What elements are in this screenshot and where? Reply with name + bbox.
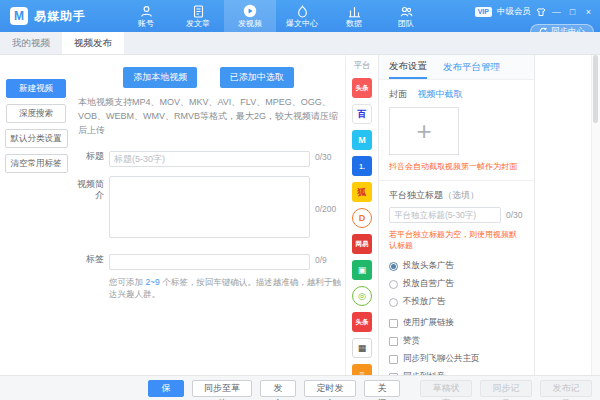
tags-row: 标签 0/9 xyxy=(72,251,341,270)
platform-icon-list: 头条百M1.狐D网易▣◎头条▦≡❊闪 xyxy=(352,78,372,375)
bar-chart-icon xyxy=(348,5,361,18)
app-logo-icon: M xyxy=(10,7,28,25)
ad-option-0[interactable]: 投放头条广告 xyxy=(389,260,524,272)
checkbox-icon xyxy=(389,319,398,328)
app-logo: M 易媒助手 xyxy=(0,0,120,32)
tags-tip: 您可添加 2~9 个标签，按回车键确认。描述越准确，越利于触达兴趣人群。 xyxy=(109,277,345,301)
sidebar-button-0[interactable]: 新建视频 xyxy=(6,79,66,98)
minimize-button[interactable]: — xyxy=(551,7,562,17)
content-area: 新建视频深度搜索默认分类设置清空常用标签 添加本地视频 已添加中选取 本地视频支… xyxy=(0,55,600,375)
footer-secondary-button-0: 草稿状态 xyxy=(420,380,472,397)
sidebar-button-1[interactable]: 深度搜索 xyxy=(6,104,66,123)
sync-option-label: 同步到飞聊公共主页 xyxy=(403,353,480,365)
radio-icon xyxy=(389,298,398,307)
divider xyxy=(379,180,534,181)
tab-publish-settings[interactable]: 发布设置 xyxy=(389,55,427,79)
sync-option-label: 使用扩展链接 xyxy=(403,317,454,329)
sync-option-1[interactable]: 赞赏 xyxy=(389,335,524,347)
add-local-video-button[interactable]: 添加本地视频 xyxy=(123,67,197,88)
platform-icon-platform-11[interactable]: ▦ xyxy=(352,338,372,358)
video-form: 添加本地视频 已添加中选取 本地视频支持MP4、MOV、MKV、AVI、FLV、… xyxy=(72,55,345,375)
tags-label: 标签 xyxy=(72,251,104,265)
ad-option-1[interactable]: 投放自营广告 xyxy=(389,278,524,290)
sync-option-2[interactable]: 同步到飞聊公共主页 xyxy=(389,353,524,365)
indep-title-label: 平台独立标题 xyxy=(389,190,443,200)
footer-button-0[interactable]: 保存 xyxy=(148,380,184,397)
plus-icon: + xyxy=(416,118,431,144)
checkbox-icon xyxy=(389,355,398,364)
platform-icon-baijiahao[interactable]: 百 xyxy=(352,104,372,124)
indep-title-input[interactable] xyxy=(389,207,501,223)
footer-button-4[interactable]: 关闭 xyxy=(364,380,400,397)
cover-label: 封面 xyxy=(389,89,407,99)
intro-row: 视频简介 0/200 xyxy=(72,176,341,242)
footer-button-2[interactable]: 发布 xyxy=(260,380,296,397)
tags-input[interactable] xyxy=(109,254,310,270)
sync-option-0[interactable]: 使用扩展链接 xyxy=(389,317,524,329)
publish-settings-panel: 发布设置 发布平台管理 封面 视频中截取 + 抖音会自动截取视频第一帧作为封面 … xyxy=(378,55,535,375)
nav-item-label: 发视频 xyxy=(238,19,262,28)
nav-item-hot-center[interactable]: 爆文中心 xyxy=(276,0,328,32)
left-sidebar: 新建视频深度搜索默认分类设置清空常用标签 xyxy=(0,55,72,375)
tab-platform-manage[interactable]: 发布平台管理 xyxy=(443,61,500,74)
select-added-button[interactable]: 已添加中选取 xyxy=(220,67,294,88)
nav-item-account[interactable]: 账号 xyxy=(120,0,172,32)
cover-capture-link[interactable]: 视频中截取 xyxy=(418,89,463,99)
sidebar-button-2[interactable]: 默认分类设置 xyxy=(5,129,68,148)
title-label: 标题 xyxy=(72,148,104,162)
upload-buttons-row: 添加本地视频 已添加中选取 xyxy=(72,66,345,88)
checkbox-icon xyxy=(389,337,398,346)
platform-icon-sohuhao[interactable]: 狐 xyxy=(352,182,372,202)
nav-item-team[interactable]: 团队 xyxy=(380,0,432,32)
footer-button-3[interactable]: 定时发布 xyxy=(304,380,356,397)
scrollbar[interactable] xyxy=(591,55,600,375)
nav-item-data[interactable]: 数据 xyxy=(328,0,380,32)
platform-icon-platform-12[interactable]: ≡ xyxy=(352,364,372,375)
intro-counter: 0/200 xyxy=(310,204,341,214)
platform-icon-platform-9[interactable]: ◎ xyxy=(352,286,372,306)
nav-item-label: 发文章 xyxy=(186,19,210,28)
title-row: 标题 0/30 xyxy=(72,148,341,167)
indep-title-input-row: 0/30 xyxy=(389,207,524,223)
footer-button-1[interactable]: 同步至草稿 xyxy=(192,380,252,397)
settings-tabs: 发布设置 发布平台管理 xyxy=(379,55,534,80)
skin-icon[interactable] xyxy=(536,3,546,21)
topbar: M 易媒助手 账号 发文章 发视频 爆文中心 数据 xyxy=(0,0,600,32)
ad-option-2[interactable]: 不投放广告 xyxy=(389,296,524,308)
platform-icon-wangyihao[interactable]: 网易 xyxy=(352,234,372,254)
nav-item-post-video[interactable]: 发视频 xyxy=(224,0,276,32)
cover-upload-box[interactable]: + xyxy=(389,107,459,155)
radio-icon xyxy=(389,280,398,289)
video-play-icon xyxy=(243,4,257,18)
tab-my-videos[interactable]: 我的视频 xyxy=(0,32,62,54)
intro-textarea[interactable] xyxy=(109,176,310,238)
platform-icon-yidianzixun[interactable]: 1. xyxy=(352,156,372,176)
ad-options: 投放头条广告投放自营广告不投放广告 xyxy=(389,260,524,308)
nav-item-post-article[interactable]: 发文章 xyxy=(172,0,224,32)
scrollbar-thumb[interactable] xyxy=(593,55,598,123)
tags-tip-prefix: 您可添加 xyxy=(109,277,145,287)
format-tip: 本地视频支持MP4、MOV、MKV、AVI、FLV、MPEG、OGG、VOB、W… xyxy=(78,96,339,138)
platform-icon-platform-10[interactable]: 头条 xyxy=(352,312,372,332)
nav-item-label: 账号 xyxy=(138,19,154,28)
tags-counter: 0/9 xyxy=(310,255,341,265)
tags-tip-range: 2~9 xyxy=(145,277,159,287)
sync-option-label: 赞赏 xyxy=(403,335,420,347)
platform-icon-dayuhao[interactable]: M xyxy=(352,130,372,150)
tab-video-publish[interactable]: 视频发布 xyxy=(62,32,124,54)
article-icon xyxy=(192,5,205,18)
sidebar-button-3[interactable]: 清空常用标签 xyxy=(5,154,68,173)
close-button[interactable]: × xyxy=(583,7,594,17)
intro-label: 视频简介 xyxy=(72,176,104,202)
maximize-button[interactable]: □ xyxy=(567,7,578,17)
title-input[interactable] xyxy=(109,151,310,167)
indep-title-optional: （选填） xyxy=(443,190,479,200)
platform-icon-platform-8[interactable]: ▣ xyxy=(352,260,372,280)
platform-icon-toutiao[interactable]: 头条 xyxy=(352,78,372,98)
right-empty-area xyxy=(536,55,600,375)
platform-icon-dongfanghao[interactable]: D xyxy=(352,208,372,228)
radio-icon xyxy=(389,262,398,271)
app-window: M 易媒助手 账号 发文章 发视频 爆文中心 数据 xyxy=(0,0,600,400)
ad-option-label: 不投放广告 xyxy=(403,296,446,308)
vip-badge: VIP xyxy=(475,7,492,17)
